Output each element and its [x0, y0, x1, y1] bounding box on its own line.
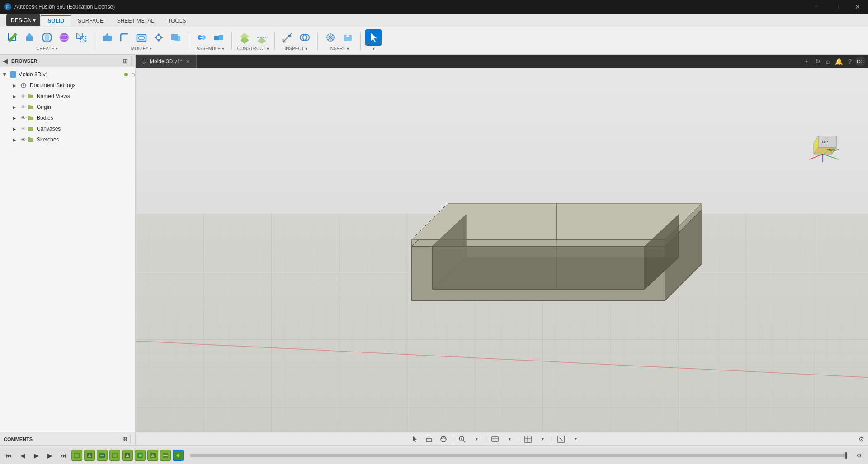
timeline-step-5[interactable] [122, 450, 133, 461]
svg-line-13 [77, 33, 86, 42]
sphere-button[interactable] [56, 29, 72, 46]
press-pull-button[interactable] [99, 29, 115, 46]
zoom-button[interactable] [456, 434, 468, 445]
orbit-button[interactable] [437, 434, 450, 445]
notification-button[interactable]: 🔔 [833, 57, 844, 66]
tab-surface[interactable]: SURFACE [71, 15, 110, 26]
new-tab-button[interactable]: ＋ [802, 56, 811, 66]
origin-arrow[interactable]: ▶ [13, 105, 19, 110]
root-collapse-arrow[interactable]: ▼ [2, 71, 8, 78]
document-tab[interactable]: 🛡 Molde 3D v1* ✕ [136, 55, 197, 68]
revolve-button[interactable] [39, 29, 55, 46]
units-menu-button[interactable]: ▾ [569, 434, 582, 445]
svg-marker-20 [154, 36, 157, 39]
browser-item-bodies[interactable]: ▶ 👁 Bodies [0, 112, 135, 123]
midplane-button[interactable] [254, 29, 270, 46]
timeline-marker[interactable] [845, 452, 847, 459]
timeline-step-1[interactable] [71, 450, 82, 461]
timeline-forward-button[interactable]: ▶ [44, 450, 55, 461]
select-arrow-button[interactable] [408, 434, 421, 445]
scale-button[interactable] [73, 29, 90, 46]
joint-button[interactable] [193, 29, 210, 46]
minimize-button[interactable]: − [806, 0, 826, 14]
tab-sheet-metal[interactable]: SHEET METAL [111, 15, 160, 26]
axis-cube[interactable]: UP FRONT [805, 127, 841, 163]
browser-item-doc-settings[interactable]: ▶ Document Settings [0, 80, 135, 91]
bodies-arrow[interactable]: ▶ [13, 116, 19, 121]
assemble-group-label: ASSEMBLE ▾ [192, 46, 229, 51]
timeline-step-6[interactable] [135, 450, 146, 461]
folder-icon-origin [28, 104, 34, 110]
browser-root-item[interactable]: ▼ Molde 3D v1 ⊙ [0, 69, 135, 80]
as-built-joint-button[interactable] [211, 29, 227, 46]
close-button[interactable]: ✕ [847, 0, 868, 14]
timeline-play-button[interactable]: ▶ [31, 450, 42, 461]
svg-rect-48 [136, 214, 868, 432]
sketches-eye-icon[interactable]: 👁 [21, 137, 26, 142]
zoom-menu-button[interactable]: ▾ [470, 434, 483, 445]
timeline-forward-end-button[interactable]: ⏭ [58, 450, 69, 461]
browser-item-sketches[interactable]: ▶ 👁 Sketches [0, 134, 135, 145]
browser-pin-button[interactable]: ⊞ [123, 57, 128, 65]
display-menu-button[interactable]: ▾ [503, 434, 516, 445]
bodies-eye-icon[interactable]: 👁 [21, 115, 26, 121]
svg-line-34 [283, 33, 292, 42]
sketches-arrow[interactable]: ▶ [13, 137, 19, 142]
timeline-back-end-button[interactable]: ⏮ [4, 450, 14, 461]
move-button[interactable] [151, 29, 167, 46]
timeline-step-7[interactable] [147, 450, 158, 461]
document-tab-close-button[interactable]: ✕ [185, 58, 191, 65]
display-mode-button[interactable] [489, 434, 501, 445]
svg-marker-59 [432, 258, 679, 289]
home-button[interactable]: ⌂ [824, 57, 831, 66]
browser-item-canvases[interactable]: ▶ 👁 Canvases [0, 123, 135, 134]
canvases-arrow[interactable]: ▶ [13, 127, 19, 131]
interference-button[interactable] [297, 29, 313, 46]
svg-marker-53 [412, 210, 448, 300]
svg-point-9 [60, 33, 69, 42]
timeline-step-8[interactable] [160, 450, 171, 461]
fillet-button[interactable] [116, 29, 132, 46]
svg-rect-17 [139, 37, 144, 39]
svg-marker-56 [665, 203, 701, 246]
comments-pin-button[interactable]: ⊞ [122, 436, 127, 442]
browser-item-origin[interactable]: ▶ 👁 Origin [0, 102, 135, 112]
timeline-step-2[interactable] [84, 450, 95, 461]
measure-button[interactable] [279, 29, 296, 46]
help-button[interactable]: ? [846, 57, 854, 66]
browser-item-named-views[interactable]: ▶ 👁 Named Views [0, 91, 135, 102]
tab-solid[interactable]: SOLID [41, 15, 71, 26]
bodies-label: Bodies [37, 115, 53, 121]
toolbar-group-inspect: INSPECT ▾ [278, 29, 315, 52]
viewport-settings-button[interactable]: ⚙ [854, 436, 868, 443]
timeline-track[interactable] [190, 454, 847, 457]
maximize-button[interactable]: □ [826, 0, 847, 14]
named-views-arrow[interactable]: ▶ [13, 94, 19, 99]
named-views-eye-icon[interactable]: 👁 [21, 94, 26, 99]
shell-button[interactable] [133, 29, 150, 46]
canvases-eye-icon[interactable]: 👁 [21, 126, 26, 131]
timeline-back-button[interactable]: ◀ [17, 450, 28, 461]
timeline-settings-button[interactable]: ⚙ [854, 450, 864, 461]
units-button[interactable] [555, 434, 567, 445]
grid-menu-button[interactable]: ▾ [536, 434, 549, 445]
timeline-step-9[interactable] [173, 450, 184, 461]
create-sketch-button[interactable] [5, 29, 21, 46]
combine-button[interactable] [168, 29, 184, 46]
extrude-button[interactable] [22, 29, 38, 46]
decal-button[interactable] [340, 29, 356, 46]
origin-eye-icon[interactable]: 👁 [21, 104, 26, 110]
refresh-button[interactable]: ↻ [813, 57, 822, 66]
grid-button[interactable] [522, 434, 534, 445]
browser-collapse-icon[interactable]: ◀ [3, 57, 8, 65]
timeline-step-4[interactable] [109, 450, 120, 461]
pan-button[interactable] [423, 434, 435, 445]
account-button[interactable]: CC [855, 56, 865, 66]
offset-plane-button[interactable] [236, 29, 253, 46]
tab-tools[interactable]: TOOLS [161, 15, 192, 26]
insert-mesh-button[interactable] [322, 29, 339, 46]
design-mode-button[interactable]: DESIGN ▾ [6, 14, 40, 26]
viewport[interactable]: 🛡 Molde 3D v1* ✕ ＋ ↻ ⌂ 🔔 ? CC [136, 55, 868, 432]
timeline-step-3[interactable] [97, 450, 108, 461]
doc-settings-arrow[interactable]: ▶ [13, 83, 19, 88]
